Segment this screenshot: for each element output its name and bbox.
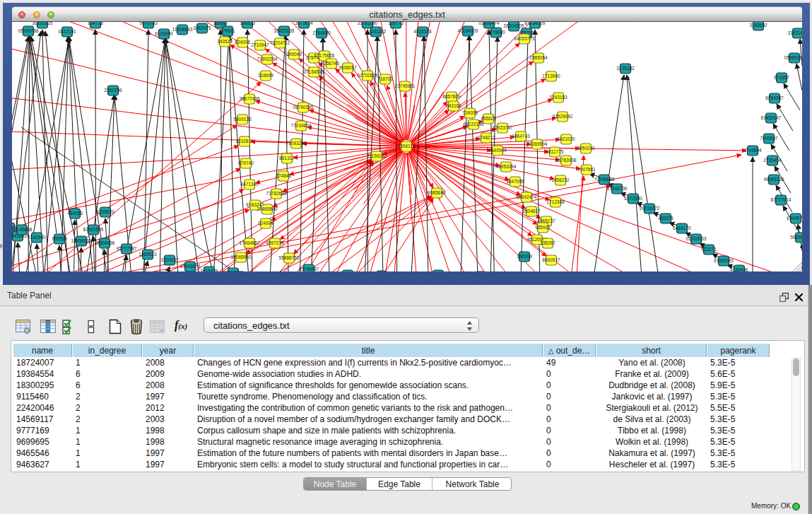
svg-text:679740: 679740 [238,160,254,165]
svg-text:64053773: 64053773 [514,36,535,41]
svg-text:16934060: 16934060 [71,238,92,243]
svg-text:671657: 671657 [774,75,789,80]
svg-text:58842474: 58842474 [517,194,537,199]
svg-text:4997278: 4997278 [266,240,284,245]
svg-text:1604817: 1604817 [522,209,541,214]
svg-text:48083136: 48083136 [764,177,784,182]
svg-text:9985698: 9985698 [428,190,446,195]
svg-text:1585064: 1585064 [529,55,548,60]
svg-text:274846: 274846 [276,173,291,178]
svg-text:165667: 165667 [213,22,228,25]
svg-text:2260256: 2260256 [104,88,122,93]
svg-text:318699: 318699 [258,73,273,78]
svg-text:923271: 923271 [701,247,717,252]
svg-text:861317: 861317 [279,156,295,160]
svg-text:7007661: 7007661 [577,167,596,172]
svg-text:465375: 465375 [658,216,673,221]
svg-text:366909: 366909 [517,254,532,259]
svg-text:83561595: 83561595 [83,227,104,232]
svg-text:38677496: 38677496 [240,96,260,101]
svg-text:1047095: 1047095 [506,179,524,184]
svg-text:079911: 079911 [220,28,235,33]
svg-text:91783908: 91783908 [556,158,577,163]
svg-text:9909133: 9909133 [233,117,252,122]
svg-text:69222196: 69222196 [464,122,484,127]
svg-text:7896118: 7896118 [398,144,416,148]
svg-text:70546688: 70546688 [594,177,615,182]
svg-text:55886753: 55886753 [279,255,300,260]
svg-text:05009788: 05009788 [18,28,39,33]
svg-text:834738: 834738 [88,22,103,25]
svg-text:37923747: 37923747 [493,125,513,130]
svg-text:8236629: 8236629 [96,209,114,214]
svg-text:1232812: 1232812 [235,139,254,144]
svg-text:69453147: 69453147 [761,115,782,120]
svg-text:75204711: 75204711 [270,40,290,45]
svg-text:3462475: 3462475 [193,25,211,30]
svg-text:343524: 343524 [217,39,233,44]
svg-text:46804436: 46804436 [95,240,115,245]
svg-text:4278680: 4278680 [487,30,505,35]
svg-text:3158692: 3158692 [749,23,767,28]
svg-text:9973763: 9973763 [139,22,158,25]
svg-text:9464743: 9464743 [512,134,530,139]
svg-text:0812191: 0812191 [58,29,76,34]
svg-text:33529042: 33529042 [553,114,573,119]
svg-text:95777387: 95777387 [117,246,137,251]
svg-text:16998543: 16998543 [172,27,193,32]
svg-text:2710947: 2710947 [251,42,269,47]
svg-text:106513: 106513 [240,22,255,25]
svg-text:399049: 399049 [286,52,302,57]
svg-text:21745961: 21745961 [395,83,416,88]
svg-text:985931: 985931 [535,225,551,230]
svg-text:71369594: 71369594 [527,141,548,146]
svg-text:4190496: 4190496 [730,267,748,271]
svg-text:824008: 824008 [235,40,250,45]
svg-text:4471349: 4471349 [240,182,259,187]
svg-text:1489513: 1489513 [139,252,157,257]
svg-text:71093248: 71093248 [286,141,307,146]
svg-text:07154516: 07154516 [304,69,324,74]
svg-text:3135182: 3135182 [616,66,635,71]
svg-text:3872624: 3872624 [295,22,313,25]
svg-text:455623: 455623 [481,116,496,121]
svg-text:8657809: 8657809 [442,94,461,99]
svg-text:6349578: 6349578 [787,216,802,221]
svg-text:6464170: 6464170 [673,226,691,230]
svg-text:343161: 343161 [446,103,461,108]
svg-text:40164005: 40164005 [458,28,478,33]
svg-text:7996507: 7996507 [760,136,778,141]
svg-text:21465840: 21465840 [257,206,278,211]
svg-text:326773: 326773 [388,22,404,25]
svg-text:0142940: 0142940 [28,235,46,240]
svg-text:08760385: 08760385 [293,105,314,110]
svg-text:02606474: 02606474 [479,22,500,25]
svg-text:1712368: 1712368 [546,199,565,204]
svg-text:37346706: 37346706 [607,186,628,191]
svg-text:08317278: 08317278 [223,270,244,271]
svg-text:26204505: 26204505 [504,23,524,28]
svg-text:024994: 024994 [258,221,273,226]
svg-text:138267: 138267 [540,240,555,245]
svg-text:56855744: 56855744 [791,235,802,240]
svg-text:31781080: 31781080 [358,22,378,25]
svg-text:67175655: 67175655 [314,53,335,58]
svg-text:965569: 965569 [52,236,67,241]
svg-text:1713900: 1713900 [542,74,560,78]
svg-text:17464887: 17464887 [240,240,260,245]
svg-text:4935348: 4935348 [413,29,432,34]
svg-text:8692617: 8692617 [542,257,560,262]
svg-text:3320037: 3320037 [160,257,179,262]
svg-text:71902294: 71902294 [257,57,278,62]
svg-text:6284987: 6284987 [765,95,784,100]
svg-text:38425135: 38425135 [274,28,295,33]
svg-text:05865185: 05865185 [784,55,802,60]
svg-text:99016272: 99016272 [640,206,660,211]
svg-text:73782639: 73782639 [266,191,287,196]
svg-text:62702895: 62702895 [358,73,378,78]
svg-text:6272980: 6272980 [624,196,642,201]
svg-text:77034824: 77034824 [291,123,312,128]
svg-text:87234309: 87234309 [525,22,546,25]
svg-text:41241182: 41241182 [366,29,387,34]
svg-text:83777014: 83777014 [771,197,792,202]
